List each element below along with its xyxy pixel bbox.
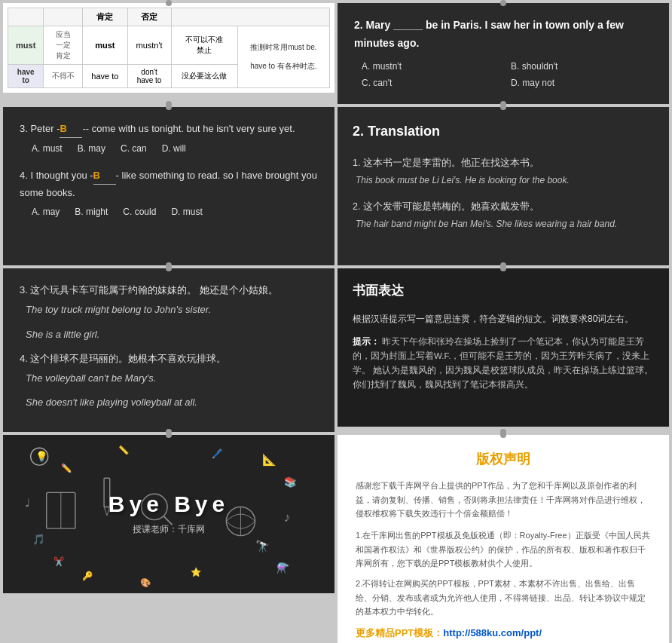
svg-text:♩: ♩ [25, 496, 30, 509]
modal-must: must [8, 26, 44, 65]
copyright-link[interactable]: http://588ku.com/ppt/ [443, 627, 542, 638]
q3-b: B. may [78, 141, 105, 156]
blackboard-mcq: 3. Peter -B-- come with us tonight. but … [3, 107, 334, 265]
th-negative: 否定 [127, 8, 171, 26]
question-3: 3. Peter -B-- come with us tonight. but … [20, 121, 318, 156]
q4-options: A. may B. might C. could D. must [20, 204, 318, 219]
q3-answer: B [60, 121, 82, 138]
option-d: D. may not [511, 75, 652, 90]
th-note [171, 8, 329, 26]
have-positive: have to [83, 65, 127, 88]
q4-text: 4. I thought you -B- like something to r… [20, 170, 317, 198]
sentence-3: 3. 这个玩具卡车可能属于约翰的妹妹的。 她还是个小姑娘。 The toy tr… [20, 282, 318, 342]
have-neg-meaning: 没必要这么做 [171, 65, 237, 88]
q3-text: 3. Peter -B-- come with us tonight. but … [20, 123, 295, 134]
svg-text:💡: 💡 [35, 450, 48, 463]
table-slide: 肯定 否定 must 应当一定肯定 must mustn't 不可以不准禁止 推… [3, 3, 334, 93]
writing-hint: 提示： 昨天下午你和张玲在操场上捡到了一个笔记本，你认为可能是王芳的，因为封面上… [353, 335, 654, 392]
svg-text:🎵: 🎵 [32, 533, 45, 546]
bye-slide: 💡 ✏️ 📐 📚 🎵 ✂️ 🔭 ⚗️ 📏 🖊️ 🔑 ⭐ 🎨 [3, 435, 334, 593]
have-negative: don'thave to [127, 65, 171, 88]
svg-text:🎨: 🎨 [140, 577, 151, 588]
svg-point-0 [31, 448, 48, 465]
s3-chinese: 3. 这个玩具卡车可能属于约翰的妹妹的。 她还是个小姑娘。 [20, 282, 318, 299]
exam-q-num: 2. Mary _____ be in Paris. I saw her in … [354, 17, 652, 53]
s4-chinese: 4. 这个排球不是玛丽的。她根本不喜欢玩排球。 [20, 351, 318, 367]
t1-chinese: 1. 这本书一定是李雷的。他正在找这本书。 [353, 155, 654, 172]
svg-text:🔭: 🔭 [255, 539, 270, 553]
s4-english2: She doesn't like playing volleyball at a… [20, 394, 318, 411]
cell-exam-q1: 2. Mary _____ be in Paris. I saw her in … [338, 3, 669, 104]
question-4: 4. I thought you -B- like something to r… [20, 167, 318, 220]
q4-a: A. may [32, 204, 60, 219]
copyright-section-2: 2.不得转让在网购买的PPT模板，PPT素材，本素材不许出售、出售给、出售给、分… [356, 577, 651, 619]
q3-d: D. will [162, 141, 186, 156]
q4-d: D. must [171, 204, 202, 219]
must-positive: must [83, 26, 127, 65]
svg-text:📐: 📐 [262, 452, 277, 467]
bye-text: Bye Bye [108, 491, 229, 517]
th-positive: 肯定 [83, 8, 127, 26]
q3-c: C. can [121, 141, 147, 156]
option-c: C. can't [362, 75, 503, 90]
writing-slide: 书面表达 根据汉语提示写一篇意思连贯，符合逻辑的短文。词数要求80词左右。 提示… [338, 268, 669, 427]
translation-slide: 2. Translation 1. 这本书一定是李雷的。他正在找这本书。 Thi… [338, 107, 669, 265]
th-modal [8, 8, 44, 26]
writing-title: 书面表达 [353, 280, 654, 302]
exam-options-1: A. mustn't B. shouldn't C. can't D. may … [354, 59, 652, 91]
cell-bye: 💡 ✏️ 📐 📚 🎵 ✂️ 🔭 ⚗️ 📏 🖊️ 🔑 ⭐ 🎨 [3, 435, 334, 643]
copyright-title: 版权声明 [356, 450, 651, 468]
svg-text:📚: 📚 [284, 476, 297, 488]
svg-text:🔑: 🔑 [82, 571, 93, 581]
exam-slide-1: 2. Mary _____ be in Paris. I saw her in … [338, 3, 669, 104]
copyright-section-1: 1.在千库网出售的PPT模板及免版税通（即：Royalty-Free）正版受《中… [356, 528, 651, 571]
must-negative: mustn't [127, 26, 171, 65]
s3-english1: The toy truck might belong to John's sis… [20, 302, 318, 318]
t2-chinese: 2. 这个发带可能是韩梅的。她喜欢戴发带。 [353, 198, 654, 216]
s3-english2: She is a little girl. [20, 326, 318, 343]
cell-copyright: 版权声明 感谢您下载千库网平台上提供的PPT作品，为了您和千库网以及原创作者的利… [338, 435, 669, 643]
blackboard-sentences: 3. 这个玩具卡车可能属于约翰的妹妹的。 她还是个小姑娘。 The toy tr… [3, 268, 334, 432]
translation-title: 2. Translation [353, 119, 654, 143]
copyright-more: 更多精品PPT模板：http://588ku.com/ppt/ [356, 626, 651, 640]
th-label [44, 8, 83, 26]
svg-text:✏️: ✏️ [61, 463, 72, 473]
q4-c: C. could [123, 204, 156, 219]
svg-text:♪: ♪ [284, 509, 291, 524]
option-b: B. shouldn't [511, 59, 652, 74]
sentence-4: 4. 这个排球不是玛丽的。她根本不喜欢玩排球。 The volleyball c… [20, 351, 318, 411]
must-note: 推测时常用must be.have to 有各种时态. [237, 26, 329, 88]
svg-text:⚗️: ⚗️ [276, 562, 289, 574]
svg-text:✂️: ✂️ [53, 556, 65, 567]
q4-b: B. might [75, 204, 108, 219]
cell-mcq: 3. Peter -B-- come with us tonight. but … [3, 107, 334, 265]
cell-writing: 书面表达 根据汉语提示写一篇意思连贯，符合逻辑的短文。词数要求80词左右。 提示… [338, 268, 669, 432]
t2-english: The hair band might be Han Mei's. She li… [353, 216, 654, 233]
copyright-body-intro: 感谢您下载千库网平台上提供的PPT作品，为了您和千库网以及原创作者的利益，请勿复… [356, 479, 651, 521]
copyright-slide: 版权声明 感谢您下载千库网平台上提供的PPT作品，为了您和千库网以及原创作者的利… [338, 435, 669, 643]
s4-english1: The volleyball can't be Mary's. [20, 370, 318, 387]
page-container: 肯定 否定 must 应当一定肯定 must mustn't 不可以不准禁止 推… [0, 0, 672, 643]
slide-row-1: 肯定 否定 must 应当一定肯定 must mustn't 不可以不准禁止 推… [3, 3, 669, 104]
svg-text:📏: 📏 [118, 445, 130, 455]
cell-sentences: 3. 这个玩具卡车可能属于约翰的妹妹的。 她还是个小姑娘。 The toy tr… [3, 268, 334, 432]
svg-point-14 [226, 507, 255, 535]
must-label: 应当一定肯定 [44, 26, 83, 65]
teacher-label: 授课老师：千库网 [133, 523, 205, 536]
svg-text:🖊️: 🖊️ [212, 449, 223, 459]
translation-item-2: 2. 这个发带可能是韩梅的。她喜欢戴发带。 The hair band migh… [353, 198, 654, 233]
t1-english: This book must be Li Lei's. He is lookin… [353, 173, 654, 189]
svg-text:⭐: ⭐ [191, 567, 202, 577]
q3-a: A. must [32, 141, 63, 156]
writing-prompt: 根据汉语提示写一篇意思连贯，符合逻辑的短文。词数要求80词左右。 [353, 311, 654, 326]
have-label: 不得不 [44, 65, 83, 88]
must-neg-meaning: 不可以不准禁止 [171, 26, 237, 65]
modal-have-to: haveto [8, 65, 44, 88]
q4-answer: B [93, 167, 116, 185]
cell-translation: 2. Translation 1. 这本书一定是李雷的。他正在找这本书。 Thi… [338, 107, 669, 265]
slide-row-3: 3. 这个玩具卡车可能属于约翰的妹妹的。 她还是个小姑娘。 The toy tr… [3, 268, 669, 432]
svg-rect-16 [47, 492, 75, 528]
hint-label: 提示： [353, 337, 380, 346]
grammar-table: 肯定 否定 must 应当一定肯定 must mustn't 不可以不准禁止 推… [8, 8, 330, 88]
q3-options: A. must B. may C. can D. will [20, 141, 318, 156]
